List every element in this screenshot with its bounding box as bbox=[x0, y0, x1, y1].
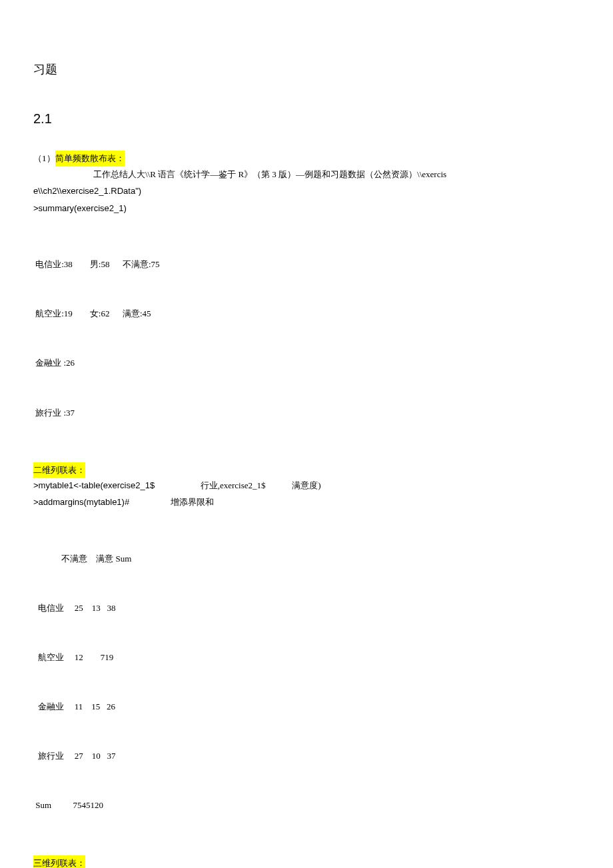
sub1-prefix: （1） bbox=[33, 153, 55, 163]
summary-table: 电信业:38 男:58 不满意:75 航空业:19 女:62 满意:45 金融业… bbox=[33, 224, 580, 454]
table-row: 金融业 11 15 26 bbox=[33, 699, 580, 715]
sub2-label: 二维列联表： bbox=[33, 462, 85, 478]
path-line-1: 工作总结人大\\R 语言《统计学—鉴于 R》（第 3 版）—例题和习题数据（公然… bbox=[33, 167, 580, 182]
contingency-2d-table: 不满意 满意 Sum 电信业 25 13 38 航空业 12 719 金融业 1… bbox=[33, 518, 580, 847]
table-row: 电信业 25 13 38 bbox=[33, 600, 580, 617]
section-number: 2.1 bbox=[33, 107, 580, 131]
summary-row: 航空业:19 女:62 满意:45 bbox=[33, 306, 580, 322]
subsection-2: 二维列联表： >mytable1<-table(exercise2_1$ 行业,… bbox=[33, 462, 580, 847]
subsection-1: （1）简单频数散布表： 工作总结人大\\R 语言《统计学—鉴于 R》（第 3 版… bbox=[33, 151, 580, 454]
summary-cmd: >summary(exercise2_1) bbox=[33, 201, 580, 216]
summary-row: 旅行业 :37 bbox=[33, 405, 580, 422]
subsection-3: 三维列联表： >mytable1<-ftable(exercise2_1,row… bbox=[33, 855, 580, 869]
summary-row: 电信业:38 男:58 不满意:75 bbox=[33, 256, 580, 273]
page-title: 习题 bbox=[33, 59, 580, 80]
cmd-part: 增添界限和 bbox=[171, 497, 214, 507]
summary-row: 金融业 :26 bbox=[33, 355, 580, 372]
path-line-2: e\\ch2\\exercise2_1.RData") bbox=[33, 183, 580, 199]
cmd-part: >mytable1<-table(exercise2_1$ bbox=[33, 480, 155, 490]
table-row: Sum 7545120 bbox=[33, 797, 580, 814]
cmd-part: >addmargins(mytable1)# bbox=[33, 497, 129, 507]
cmd-part: 行业,exercise2_1$ bbox=[201, 480, 266, 490]
addmargins-cmd: >addmargins(mytable1)# 增添界限和 bbox=[33, 494, 580, 510]
mytable1-cmd: >mytable1<-table(exercise2_1$ 行业,exercis… bbox=[33, 478, 580, 493]
table-row: 旅行业 27 10 37 bbox=[33, 748, 580, 765]
table-row: 不满意 满意 Sum bbox=[33, 551, 580, 568]
sub1-label: 简单频数散布表： bbox=[55, 151, 125, 166]
sub3-label: 三维列联表： bbox=[33, 855, 85, 869]
cmd-part: 满意度) bbox=[292, 480, 320, 490]
table-row: 航空业 12 719 bbox=[33, 650, 580, 666]
